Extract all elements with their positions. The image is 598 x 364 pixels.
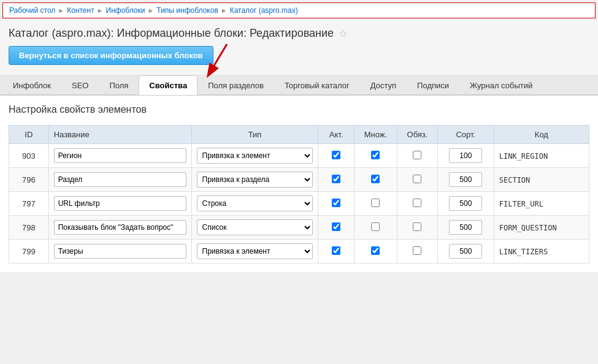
cell-id: 903	[9, 144, 49, 168]
cell-act	[318, 192, 354, 216]
type-select[interactable]: Строка	[197, 195, 313, 211]
col-header-act: Акт.	[318, 126, 354, 144]
cell-sort	[437, 144, 494, 168]
favorite-star-icon[interactable]: ☆	[339, 28, 347, 39]
checkbox-req[interactable]	[413, 222, 421, 231]
tabs-wrapper: Инфоблок SEO Поля Свойства Поля разделов…	[0, 75, 598, 95]
checkbox-mult[interactable]	[371, 246, 380, 255]
name-input[interactable]	[54, 148, 186, 163]
cell-act	[318, 168, 354, 192]
cell-id: 796	[9, 168, 49, 192]
tab-polya-razdelov[interactable]: Поля разделов	[197, 75, 274, 95]
main-content: Настройка свойств элементов ID Название …	[0, 95, 598, 272]
checkbox-mult[interactable]	[371, 222, 380, 231]
breadcrumb-item-4[interactable]: Типы инфоблоков	[156, 6, 218, 15]
checkbox-act[interactable]	[332, 246, 340, 255]
cell-name	[48, 216, 191, 240]
cell-act	[318, 240, 354, 264]
cell-name	[48, 192, 191, 216]
cell-code: LINK_TIZERS	[494, 240, 589, 264]
type-select[interactable]: Привязка к элемент	[197, 148, 313, 164]
name-input[interactable]	[54, 196, 186, 211]
breadcrumb-item-5[interactable]: Каталог (aspro.max)	[230, 6, 298, 15]
breadcrumb-sep-1: ►	[58, 7, 64, 14]
checkbox-mult[interactable]	[371, 175, 380, 183]
code-text: SECTION	[499, 176, 531, 184]
table-row: 903Привязка к элементLINK_REGION	[9, 144, 589, 168]
cell-name	[48, 240, 191, 264]
col-header-id: ID	[9, 126, 49, 144]
sort-input[interactable]	[449, 220, 482, 235]
cell-sort	[437, 192, 494, 216]
code-text: LINK_REGION	[499, 152, 548, 161]
name-input[interactable]	[54, 172, 186, 187]
code-text: LINK_TIZERS	[499, 248, 548, 256]
name-input[interactable]	[54, 220, 186, 235]
page-title: Каталог (aspro.max): Информационные блок…	[9, 27, 589, 40]
cell-mult	[354, 240, 397, 264]
cell-type: Строка	[191, 192, 318, 216]
type-select[interactable]: Привязка к раздела	[197, 172, 313, 188]
cell-mult	[354, 144, 397, 168]
breadcrumb: Рабочий стол ► Контент ► Инфоблоки ► Тип…	[2, 2, 596, 18]
cell-mult	[354, 192, 397, 216]
back-button[interactable]: Вернуться в список информационных блоков	[9, 46, 213, 65]
col-header-req: Обяз.	[397, 126, 438, 144]
breadcrumb-sep-2: ►	[97, 7, 104, 14]
cell-req	[397, 240, 438, 264]
checkbox-act[interactable]	[332, 222, 340, 231]
breadcrumb-item-2[interactable]: Контент	[67, 6, 94, 15]
checkbox-req[interactable]	[413, 246, 421, 255]
checkbox-mult[interactable]	[371, 199, 380, 207]
col-header-name: Название	[48, 126, 191, 144]
tab-zhurnal-sobytiy[interactable]: Журнал событий	[459, 75, 543, 95]
name-input[interactable]	[54, 244, 186, 259]
tab-svoystva[interactable]: Свойства	[139, 75, 197, 95]
sort-input[interactable]	[449, 148, 482, 163]
sort-input[interactable]	[449, 196, 482, 211]
checkbox-act[interactable]	[332, 151, 340, 159]
table-row: 797СтрокаFILTER_URL	[9, 192, 589, 216]
cell-code: FILTER_URL	[494, 192, 589, 216]
breadcrumb-item-3[interactable]: Инфоблоки	[106, 6, 145, 15]
cell-id: 798	[9, 216, 49, 240]
type-select[interactable]: Привязка к элемент	[197, 243, 313, 259]
checkbox-req[interactable]	[413, 175, 421, 183]
cell-req	[397, 192, 438, 216]
col-header-type: Тип	[191, 126, 318, 144]
cell-sort	[437, 216, 494, 240]
page-title-text: Каталог (aspro.max): Информационные блок…	[9, 27, 334, 40]
type-select[interactable]: Список	[197, 219, 313, 235]
tab-torgoviy-katalog[interactable]: Торговый каталог	[274, 75, 360, 95]
breadcrumb-sep-3: ►	[147, 7, 154, 14]
checkbox-req[interactable]	[413, 199, 421, 207]
section-title: Настройка свойств элементов	[9, 104, 589, 115]
breadcrumb-sep-4: ►	[221, 7, 228, 14]
cell-req	[397, 168, 438, 192]
cell-mult	[354, 216, 397, 240]
cell-code: FORM_QUESTION	[494, 216, 589, 240]
cell-mult	[354, 168, 397, 192]
sort-input[interactable]	[449, 244, 482, 259]
sort-input[interactable]	[449, 172, 482, 187]
checkbox-mult[interactable]	[371, 151, 380, 159]
cell-code: LINK_REGION	[494, 144, 589, 168]
cell-type: Список	[191, 216, 318, 240]
breadcrumb-item-1[interactable]: Рабочий стол	[9, 6, 55, 15]
page-header: Каталог (aspro.max): Информационные блок…	[0, 21, 598, 75]
tab-dostup[interactable]: Доступ	[360, 75, 407, 95]
checkbox-req[interactable]	[413, 151, 421, 159]
cell-sort	[437, 240, 494, 264]
table-row: 798СписокFORM_QUESTION	[9, 216, 589, 240]
tab-podpisi[interactable]: Подписи	[407, 75, 459, 95]
code-text: FORM_QUESTION	[499, 224, 557, 232]
col-header-sort: Сорт.	[437, 126, 494, 144]
table-row: 799Привязка к элементLINK_TIZERS	[9, 240, 589, 264]
checkbox-act[interactable]	[332, 199, 340, 207]
tab-infoblok[interactable]: Инфоблок	[2, 75, 61, 95]
tab-seo[interactable]: SEO	[61, 75, 99, 95]
cell-id: 797	[9, 192, 49, 216]
checkbox-act[interactable]	[332, 175, 340, 183]
cell-type: Привязка к элемент	[191, 240, 318, 264]
tab-polya[interactable]: Поля	[99, 75, 139, 95]
